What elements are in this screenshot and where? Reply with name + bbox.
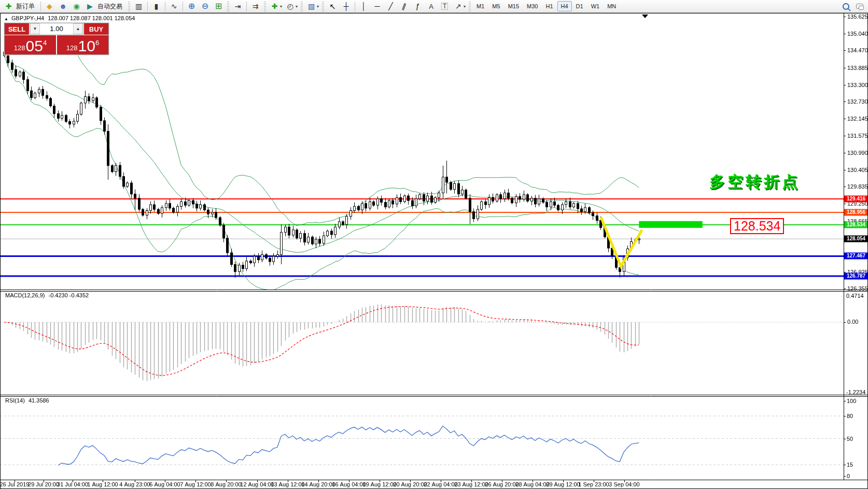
macd-values: -0.4230 -0.4352 <box>48 292 89 298</box>
candlestick-chart-icon[interactable] <box>150 1 163 12</box>
trendline-icon[interactable] <box>384 1 397 12</box>
new-order-icon[interactable] <box>2 1 15 12</box>
toolbar-separator <box>183 2 183 11</box>
equidistant-channel-icon[interactable] <box>398 1 411 12</box>
price-level-callout[interactable]: 128.534 <box>730 218 784 234</box>
volume-input[interactable] <box>40 23 73 34</box>
volume-down-button[interactable]: ▼ <box>30 23 40 34</box>
toolbar: 新订单 自动交易 ▾ ▾ ▾ ▾ M1 M5 M15 M30 H1 H4 D1 … <box>0 0 868 13</box>
rsi-name: RSI(14) <box>5 397 25 404</box>
toolbar-separator <box>165 2 165 11</box>
ask-pip-digit: 6 <box>95 35 99 51</box>
tab-h1[interactable]: H1 <box>542 1 556 11</box>
mql-market-icon[interactable] <box>43 1 56 12</box>
chat-icon[interactable] <box>853 1 866 12</box>
cursor-icon[interactable] <box>326 1 339 12</box>
zoom-out-icon[interactable] <box>199 1 212 12</box>
autotrade-label[interactable]: 自动交易 <box>97 2 122 11</box>
tab-m5[interactable]: M5 <box>488 1 503 11</box>
sell-price-button[interactable]: 128 05 4 <box>5 35 56 54</box>
buy-button[interactable]: BUY <box>83 23 108 35</box>
arrows-icon[interactable] <box>452 1 465 12</box>
bid-big-digits: 05 <box>26 39 43 53</box>
bid-prefix: 128 <box>14 43 25 53</box>
horizontal-line-icon[interactable] <box>371 1 384 12</box>
tab-m15[interactable]: M15 <box>505 1 523 11</box>
tile-windows-icon[interactable] <box>212 1 225 12</box>
toolbar-grip[interactable] <box>322 2 324 11</box>
toolbar-grip[interactable] <box>227 2 229 11</box>
symbol-marker-icon[interactable]: ▲ <box>4 17 8 21</box>
new-order-label[interactable]: 新订单 <box>16 2 35 11</box>
fibonacci-icon[interactable] <box>411 1 424 12</box>
tab-mn[interactable]: MN <box>604 1 620 11</box>
autotrade-icon[interactable] <box>83 1 96 12</box>
chart-canvas[interactable] <box>0 13 868 489</box>
tab-h4[interactable]: H4 <box>557 1 572 11</box>
chart-window: ▲ GBPJPY-,H4 128.007 128.087 128.001 128… <box>0 13 868 489</box>
text-label-icon[interactable] <box>438 1 451 12</box>
periods-icon[interactable] <box>284 1 297 12</box>
toolbar-grip[interactable] <box>264 2 266 11</box>
symbol-info-line: ▲ GBPJPY-,H4 128.007 128.087 128.001 128… <box>4 15 135 21</box>
macd-indicator-label: MACD(12,26,9) -0.4230 -0.4352 <box>5 292 89 298</box>
tab-m30[interactable]: M30 <box>523 1 541 11</box>
macd-name: MACD(12,26,9) <box>5 292 45 298</box>
search-icon[interactable] <box>839 1 852 12</box>
tab-m1[interactable]: M1 <box>473 1 488 11</box>
rsi-value: 41.3586 <box>29 397 49 404</box>
toolbar-separator <box>246 2 247 11</box>
tab-w1[interactable]: W1 <box>587 1 604 11</box>
rsi-indicator-label: RSI(14) 41.3586 <box>5 397 49 404</box>
toolbar-grip[interactable] <box>301 2 303 11</box>
toolbar-separator <box>147 2 148 11</box>
toolbar-grip[interactable] <box>128 2 130 11</box>
toolbar-grip[interactable] <box>469 2 471 11</box>
buy-price-button[interactable]: 128 10 6 <box>57 35 108 54</box>
crosshair-icon[interactable] <box>340 1 353 12</box>
vertical-line-icon[interactable] <box>357 1 370 12</box>
community-icon[interactable] <box>57 1 69 12</box>
ask-prefix: 128 <box>66 43 78 53</box>
turning-point-annotation[interactable]: 多空转折点 <box>709 171 800 193</box>
toolbar-separator <box>40 2 41 11</box>
zoom-in-icon[interactable] <box>185 1 198 12</box>
signals-icon[interactable] <box>70 1 83 12</box>
templates-icon[interactable] <box>305 1 318 12</box>
line-chart-icon[interactable] <box>167 1 180 12</box>
symbol-ohlc-values: 128.007 128.087 128.001 128.054 <box>48 15 135 21</box>
bid-pip-digit: 4 <box>43 35 47 51</box>
ask-big-digits: 10 <box>78 39 95 53</box>
text-icon[interactable] <box>425 1 438 12</box>
bar-chart-icon[interactable] <box>132 1 145 12</box>
toolbar-separator <box>355 2 355 11</box>
sell-button[interactable]: SELL <box>5 23 30 35</box>
volume-up-button[interactable]: ▲ <box>73 23 83 34</box>
one-click-trading-panel: SELL ▼ ▲ BUY 128 05 4 128 10 6 <box>4 23 109 55</box>
chart-shift-icon[interactable] <box>231 1 244 12</box>
symbol-period-label: GBPJPY-,H4 <box>11 15 44 21</box>
auto-scroll-icon[interactable] <box>249 1 262 12</box>
indicators-icon[interactable] <box>268 1 281 12</box>
tab-d1[interactable]: D1 <box>572 1 587 11</box>
